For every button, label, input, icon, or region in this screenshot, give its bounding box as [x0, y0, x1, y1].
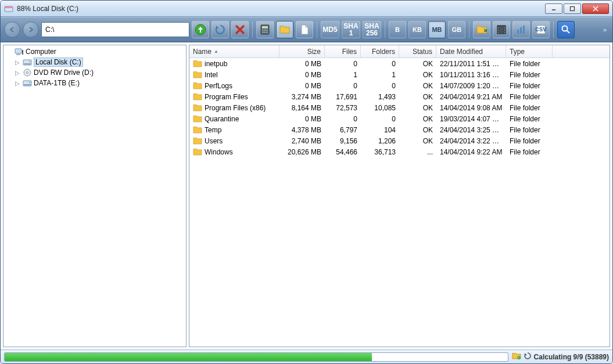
- cell-size: 3,274 MB: [279, 93, 325, 101]
- search-button[interactable]: [557, 21, 575, 38]
- close-button[interactable]: [582, 3, 609, 14]
- hdd-icon: [23, 57, 32, 67]
- cell-type: File folder: [506, 104, 553, 112]
- svg-point-13: [264, 32, 266, 33]
- table-row[interactable]: inetpub0 MB00OK22/11/2011 1:51 PMFile fo…: [189, 58, 610, 69]
- cell-date: 10/11/2011 3:16 PM: [436, 71, 506, 79]
- svg-rect-37: [24, 63, 31, 64]
- cell-name: Quarantine: [189, 115, 279, 123]
- cell-files: 0: [325, 115, 361, 123]
- column-header[interactable]: Type: [506, 45, 553, 57]
- statusbar: Calculating 9/9 (53889): [1, 349, 612, 363]
- cell-files: 72,573: [325, 104, 361, 112]
- path-input[interactable]: [45, 26, 185, 34]
- app-window: 88% Local Disk (C:) MD5 SHA1 SHA256 B KB…: [0, 0, 613, 364]
- tree-root-label: Computer: [26, 48, 56, 56]
- svg-rect-25: [504, 32, 505, 33]
- cell-folders: 0: [361, 82, 399, 90]
- table-row[interactable]: Temp4,378 MB6,797104OK24/04/2014 3:25 PM…: [189, 124, 610, 135]
- column-header[interactable]: Date Modified: [436, 45, 506, 57]
- cell-name: Users: [189, 137, 279, 145]
- list-body[interactable]: inetpub0 MB00OK22/11/2011 1:51 PMFile fo…: [189, 58, 610, 347]
- status-text: Calculating 9/9 (53889): [534, 353, 609, 361]
- open-folder-button[interactable]: [473, 21, 490, 38]
- expand-icon[interactable]: ▷: [14, 80, 21, 87]
- unit-mb-button[interactable]: MB: [428, 21, 446, 38]
- column-header[interactable]: Folders: [361, 45, 399, 57]
- titlebar: 88% Local Disk (C:): [1, 1, 612, 17]
- expand-icon[interactable]: ▷: [14, 59, 21, 66]
- film-button[interactable]: [493, 21, 510, 38]
- column-header[interactable]: Name▲: [189, 45, 279, 57]
- svg-point-9: [263, 30, 264, 31]
- expand-icon[interactable]: ▷: [14, 70, 21, 76]
- refresh-button[interactable]: [211, 21, 229, 38]
- calculator-button[interactable]: [256, 21, 274, 38]
- toolbar-overflow-icon[interactable]: »: [603, 26, 609, 33]
- column-header[interactable]: Size: [279, 45, 325, 57]
- file-view-button[interactable]: [296, 21, 313, 38]
- svg-rect-20: [498, 30, 499, 31]
- column-header[interactable]: Files: [325, 45, 361, 57]
- sha1-button[interactable]: SHA1: [342, 21, 360, 38]
- cell-files: 0: [325, 82, 361, 90]
- list-header: Name▲SizeFilesFoldersStatusDate Modified…: [189, 45, 610, 58]
- cell-type: File folder: [506, 137, 553, 145]
- minimize-button[interactable]: [545, 3, 562, 14]
- cell-status: OK: [399, 71, 436, 79]
- svg-rect-18: [498, 27, 499, 28]
- cell-status: OK: [399, 93, 436, 101]
- svg-point-12: [263, 32, 264, 33]
- nav-forward-button[interactable]: [23, 21, 39, 38]
- progress-fill: [5, 353, 372, 361]
- cell-size: 20,626 MB: [279, 148, 325, 156]
- chart-button[interactable]: [512, 21, 530, 38]
- sha256-button[interactable]: SHA256: [363, 21, 381, 38]
- table-row[interactable]: Quarantine0 MB00OK19/03/2014 4:07 PMFile…: [189, 113, 610, 124]
- tree-item-label: Local Disk (C:): [34, 57, 83, 67]
- cell-size: 8,164 MB: [279, 104, 325, 112]
- cell-name: Intel: [189, 71, 279, 79]
- delete-button[interactable]: [231, 21, 249, 38]
- column-header[interactable]: Status: [399, 45, 436, 57]
- cell-files: 6,797: [325, 126, 361, 134]
- unit-gb-button[interactable]: GB: [448, 21, 465, 38]
- csv-button[interactable]: csv: [532, 21, 550, 38]
- nav-back-button[interactable]: [4, 21, 20, 38]
- folder-view-button[interactable]: [276, 21, 293, 38]
- svg-point-10: [264, 30, 266, 31]
- cell-folders: 1: [361, 71, 399, 79]
- svg-rect-35: [22, 50, 23, 55]
- svg-point-31: [562, 26, 568, 31]
- svg-rect-27: [520, 27, 522, 34]
- tree-item[interactable]: ▷DVD RW Drive (D:): [3, 67, 186, 78]
- md5-button[interactable]: MD5: [321, 21, 339, 38]
- unit-kb-button[interactable]: KB: [408, 21, 426, 38]
- maximize-button[interactable]: [564, 3, 581, 14]
- tree-item[interactable]: ▷DATA-1TB (E:): [3, 78, 186, 88]
- cell-type: File folder: [506, 115, 553, 123]
- cell-folders: 104: [361, 126, 399, 134]
- cell-size: 0 MB: [279, 71, 325, 79]
- table-row[interactable]: PerfLogs0 MB00OK14/07/2009 1:20 PMFile f…: [189, 80, 610, 91]
- tree-item[interactable]: ▷Local Disk (C:): [3, 57, 186, 67]
- cell-status: OK: [399, 126, 436, 134]
- table-row[interactable]: Windows20,626 MB54,46636,713...14/04/201…: [189, 146, 610, 157]
- svg-point-43: [29, 82, 30, 83]
- status-refresh-icon: [524, 352, 532, 362]
- table-row[interactable]: Intel0 MB11OK10/11/2011 3:16 PMFile fold…: [189, 69, 610, 80]
- tree-root[interactable]: Computer: [3, 46, 186, 57]
- svg-point-38: [29, 61, 30, 62]
- table-row[interactable]: Program Files3,274 MB17,6911,493OK24/04/…: [189, 91, 610, 102]
- table-row[interactable]: Program Files (x86)8,164 MB72,57310,085O…: [189, 102, 610, 113]
- svg-rect-1: [5, 6, 13, 8]
- svg-point-44: [517, 356, 521, 359]
- unit-b-button[interactable]: B: [389, 21, 406, 38]
- cell-date: 19/03/2014 4:07 PM: [436, 115, 506, 123]
- cell-status: OK: [399, 137, 436, 145]
- folder-tree[interactable]: Computer▷Local Disk (C:)▷DVD RW Drive (D…: [3, 45, 187, 347]
- table-row[interactable]: Users2,740 MB9,1561,206OK24/04/2014 3:22…: [189, 135, 610, 146]
- go-up-button[interactable]: [192, 21, 209, 38]
- cell-name: Windows: [189, 148, 279, 156]
- cell-status: OK: [399, 82, 436, 90]
